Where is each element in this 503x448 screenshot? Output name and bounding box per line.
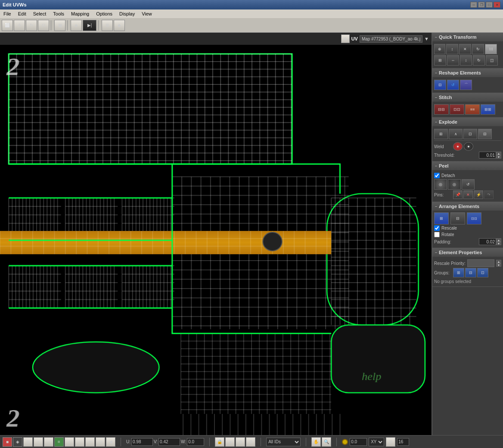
status-btn-5[interactable]: –	[44, 437, 53, 447]
menu-mapping[interactable]: Mapping	[69, 10, 91, 17]
pin-btn-3[interactable]: ⚡	[474, 190, 483, 199]
u-input[interactable]	[131, 438, 153, 446]
zoom-input[interactable]	[397, 438, 409, 446]
threshold-input[interactable]	[479, 152, 496, 159]
rescale-checkbox[interactable]	[434, 225, 440, 231]
toolbar-btn-2[interactable]: ✛	[14, 20, 25, 31]
close-button[interactable]: ✕	[494, 2, 500, 8]
group-btn-2[interactable]: ⊟	[465, 268, 476, 277]
hand-btn[interactable]: ✋	[311, 437, 321, 447]
reshape-elements-header[interactable]: – Reshape Elements	[432, 68, 503, 77]
arrange-btn-2[interactable]: ⊟	[450, 212, 465, 224]
v-input[interactable]	[158, 438, 180, 446]
reshape-btn-3[interactable]: ⌒	[460, 80, 472, 90]
pin-btn-2[interactable]: ✕	[463, 190, 473, 199]
axis-select[interactable]: XY	[369, 438, 384, 446]
menu-view[interactable]: View	[140, 10, 154, 17]
qt-btn-5[interactable]: ⁞⁞⁞	[485, 44, 497, 54]
status-btn-3[interactable]: ⊞	[23, 437, 33, 447]
element-properties-header[interactable]: – Element Properties	[432, 248, 503, 257]
arrange-btn-1[interactable]: ⊞	[434, 212, 449, 224]
toolbar-btn-7[interactable]: ▶|	[83, 20, 96, 31]
explode-btn-1[interactable]: ⊞	[434, 129, 448, 139]
peel-btn-2[interactable]: ◎	[448, 179, 461, 190]
restore-button[interactable]: ❐	[478, 2, 485, 8]
status-btn-9[interactable]: ✏	[85, 437, 95, 447]
priority-spin-down[interactable]: ▼	[496, 263, 501, 267]
qt-btn-10[interactable]: ◫	[486, 55, 498, 65]
toolbar-btn-5[interactable]: ▦	[54, 20, 65, 31]
status-btn-11[interactable]: ◀	[106, 437, 115, 447]
uv-mesh-canvas[interactable]	[0, 33, 432, 435]
stitch-btn-3[interactable]: ≡≡	[465, 104, 480, 115]
maximize-button[interactable]: □	[486, 2, 493, 8]
nav-btn-2[interactable]: ⊕	[236, 437, 245, 447]
padding-spin-down[interactable]: ▼	[496, 242, 501, 245]
qt-btn-8[interactable]: ↕	[460, 55, 472, 65]
qt-btn-4[interactable]: ↻	[472, 44, 484, 54]
explode-header[interactable]: – Explode	[432, 118, 503, 126]
qt-btn-9[interactable]: ↻	[473, 55, 485, 65]
peel-header[interactable]: – Peel	[432, 162, 503, 170]
uv-viewport[interactable]: ⊕ UV Map #772953 (_BODY_ao 4k.j ▼ 2 2 he…	[0, 33, 432, 435]
menu-options[interactable]: Options	[94, 10, 114, 17]
w-input[interactable]	[187, 438, 204, 446]
menu-select[interactable]: Select	[31, 10, 48, 17]
stitch-btn-4[interactable]: ⊞⊞	[481, 104, 495, 115]
pin-btn-4[interactable]: ↷	[484, 190, 494, 199]
quick-transform-header[interactable]: – Quick Transform	[432, 33, 503, 41]
toolbar-btn-4[interactable]: ⊡	[38, 20, 49, 31]
grid-btn[interactable]: ⊞	[386, 437, 395, 447]
qt-btn-1[interactable]: ⊕	[434, 44, 445, 54]
qt-btn-7[interactable]: ↔	[447, 55, 459, 65]
peel-btn-1[interactable]: ◎	[434, 179, 447, 190]
priority-spin-up[interactable]: ▲	[496, 260, 501, 263]
weld-btn-dark[interactable]: ●	[464, 142, 473, 151]
padding-spin-up[interactable]: ▲	[496, 238, 501, 242]
stitch-btn-1[interactable]: ⊟⊟	[434, 104, 449, 115]
menu-display[interactable]: Display	[118, 10, 137, 17]
toolbar-btn-8[interactable]: ⊞	[102, 20, 113, 31]
stitch-btn-2[interactable]: ⊡⊡	[450, 104, 464, 115]
toolbar-btn-9[interactable]: ◆	[114, 20, 125, 31]
coord-input[interactable]	[350, 438, 367, 446]
qt-btn-6[interactable]: ⊞	[434, 55, 446, 65]
weld-btn-red[interactable]: ●	[453, 142, 463, 151]
status-btn-8[interactable]: –	[75, 437, 84, 447]
padding-input[interactable]	[479, 238, 496, 245]
explode-btn-4[interactable]: ⊟	[478, 129, 492, 139]
minimize-button[interactable]: ─	[470, 2, 477, 8]
status-btn-6[interactable]: ≡	[54, 437, 64, 447]
menu-edit[interactable]: Edit	[16, 10, 28, 17]
map-dropdown-icon[interactable]: ▼	[424, 36, 429, 41]
status-btn-1[interactable]: ■	[3, 437, 12, 447]
qt-btn-2[interactable]: ↕	[446, 44, 458, 54]
nav-btn-3[interactable]: ⚙	[246, 437, 255, 447]
reshape-btn-1[interactable]: ⊟	[434, 80, 446, 90]
toolbar-btn-1[interactable]: ⬜	[2, 20, 13, 31]
status-btn-2[interactable]: ◈	[13, 437, 22, 447]
group-btn-1[interactable]: ⊞	[453, 268, 464, 277]
menu-file[interactable]: File	[2, 10, 13, 17]
threshold-spin-up[interactable]: ▲	[496, 152, 501, 155]
status-btn-4[interactable]: +	[34, 437, 43, 447]
qt-btn-3[interactable]: ✕	[459, 44, 471, 54]
viewport-btn[interactable]: ⊕	[341, 34, 350, 43]
toolbar-btn-6[interactable]: ◈	[71, 20, 82, 31]
pin-btn-1[interactable]: 📌	[453, 190, 463, 199]
stitch-header[interactable]: – Stitch	[432, 93, 503, 102]
rotate-checkbox[interactable]	[434, 232, 440, 237]
arrange-elements-header[interactable]: – Arrange Elements	[432, 202, 503, 211]
detach-checkbox[interactable]	[434, 173, 440, 178]
toolbar-btn-3[interactable]: ↻	[26, 20, 37, 31]
rescale-priority-input[interactable]	[467, 259, 494, 267]
peel-btn-3[interactable]: ↺	[462, 179, 475, 190]
group-btn-3[interactable]: ⊡	[477, 268, 488, 277]
arrange-btn-3[interactable]: ⊡⊡	[467, 212, 481, 224]
explode-btn-3[interactable]: ⊡	[463, 129, 477, 139]
status-btn-7[interactable]: +	[65, 437, 74, 447]
lock-btn[interactable]: 🔒	[215, 437, 224, 447]
explode-btn-2[interactable]: ∧	[449, 129, 463, 139]
menu-tools[interactable]: Tools	[51, 10, 66, 17]
nav-btn-1[interactable]: ◂	[225, 437, 235, 447]
